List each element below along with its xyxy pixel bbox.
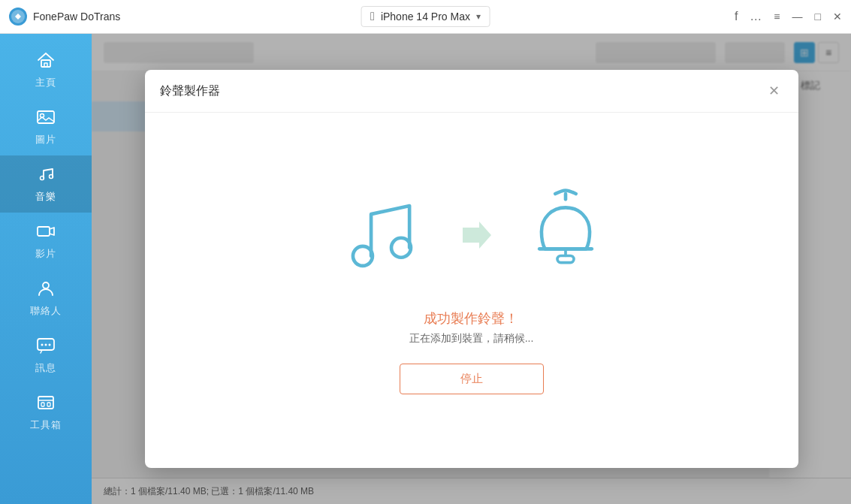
device-selector[interactable]:  iPhone 14 Pro Max ▾ <box>361 6 490 27</box>
window-controls: f … ≡ — □ ✕ <box>735 10 842 23</box>
svg-point-6 <box>50 175 53 179</box>
sidebar-label-music: 音樂 <box>35 190 56 204</box>
dropdown-arrow-icon: ▾ <box>476 11 481 22</box>
modal-text-area: 成功製作鈴聲！ 正在添加到裝置，請稍候... <box>409 309 534 346</box>
music-icon <box>36 164 56 187</box>
sidebar-item-contacts[interactable]: 聯絡人 <box>0 270 92 327</box>
stop-button[interactable]: 停止 <box>400 364 544 394</box>
success-text: 成功製作鈴聲！ <box>409 309 534 327</box>
app-branding: FonePaw DoTrans <box>9 8 120 26</box>
content-area: ⊞ ≡ 標記 鈴聲製作器 ✕ <box>92 34 851 504</box>
bell-icon <box>524 186 607 284</box>
svg-point-5 <box>41 177 44 180</box>
svg-rect-7 <box>38 227 50 236</box>
app-title: FonePaw DoTrans <box>33 11 120 23</box>
sidebar-item-video[interactable]: 影片 <box>0 213 92 270</box>
chat-icon[interactable]: … <box>750 10 762 23</box>
svg-rect-3 <box>38 111 54 123</box>
sidebar-label-home: 主頁 <box>35 76 56 89</box>
menu-icon[interactable]: ≡ <box>774 11 780 23</box>
svg-marker-19 <box>463 222 491 249</box>
modal-title: 鈴聲製作器 <box>160 83 220 99</box>
facebook-icon[interactable]: f <box>735 10 738 23</box>
video-icon <box>36 222 56 244</box>
modal-close-button[interactable]: ✕ <box>765 82 783 100</box>
tools-icon <box>36 393 56 415</box>
modal-backdrop: 鈴聲製作器 ✕ <box>92 34 851 504</box>
sidebar-item-messages[interactable]: 訊息 <box>0 327 92 384</box>
modal-header: 鈴聲製作器 ✕ <box>145 70 798 113</box>
app-logo <box>9 8 27 26</box>
svg-rect-15 <box>41 403 44 406</box>
messages-icon <box>36 336 56 358</box>
music-note-icon <box>336 186 427 284</box>
sidebar-label-tools: 工具箱 <box>30 418 62 432</box>
svg-rect-20 <box>557 256 574 263</box>
sidebar-label-messages: 訊息 <box>35 361 56 375</box>
sidebar-label-contacts: 聯絡人 <box>30 304 62 318</box>
svg-point-12 <box>49 344 51 346</box>
svg-rect-16 <box>47 403 50 406</box>
arrow-icon <box>457 216 494 254</box>
minimize-button[interactable]: — <box>792 11 803 23</box>
sidebar-item-home[interactable]: 主頁 <box>0 41 92 98</box>
sidebar-item-music[interactable]: 音樂 <box>0 155 92 213</box>
sidebar-label-video: 影片 <box>35 247 56 261</box>
modal-body: 成功製作鈴聲！ 正在添加到裝置，請稍候... 停止 <box>145 113 798 468</box>
ringtone-maker-modal: 鈴聲製作器 ✕ <box>145 70 798 468</box>
sidebar-label-photos: 圖片 <box>35 133 56 146</box>
device-name: iPhone 14 Pro Max <box>381 11 470 23</box>
main-layout: 主頁 圖片 音樂 <box>0 34 851 504</box>
close-button[interactable]: ✕ <box>833 11 842 23</box>
animation-area <box>336 186 607 284</box>
photos-icon <box>36 107 56 130</box>
contacts-icon <box>36 279 56 301</box>
svg-point-10 <box>41 344 44 346</box>
svg-point-8 <box>43 282 49 288</box>
apple-icon:  <box>370 10 375 23</box>
svg-rect-2 <box>44 63 47 67</box>
svg-point-11 <box>45 344 47 346</box>
sidebar-item-photos[interactable]: 圖片 <box>0 98 92 155</box>
title-bar: FonePaw DoTrans  iPhone 14 Pro Max ▾ f … <box>0 0 851 34</box>
home-icon <box>36 50 56 73</box>
sidebar: 主頁 圖片 音樂 <box>0 34 92 504</box>
maximize-button[interactable]: □ <box>815 11 821 23</box>
sub-text: 正在添加到裝置，請稍候... <box>409 332 534 346</box>
svg-rect-13 <box>38 397 53 409</box>
sidebar-item-tools[interactable]: 工具箱 <box>0 384 92 441</box>
